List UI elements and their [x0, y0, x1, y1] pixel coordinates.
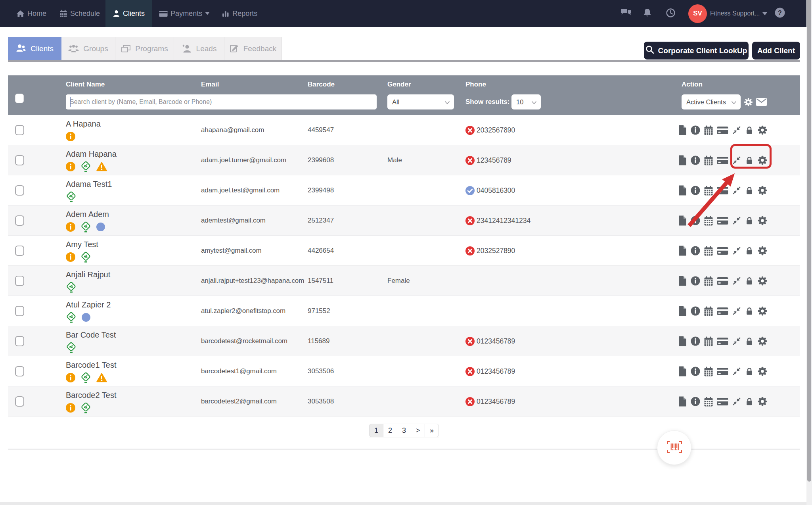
calendar-icon[interactable] [704, 367, 713, 376]
lock-icon[interactable] [745, 276, 754, 286]
barcode-scan-button[interactable] [657, 430, 691, 465]
row-checkbox[interactable] [15, 125, 24, 135]
notes-icon[interactable] [678, 125, 687, 135]
gear-icon[interactable] [757, 125, 768, 135]
client-name[interactable]: Adam Hapana [66, 150, 117, 159]
action-filter-select[interactable]: Active Clients [682, 94, 741, 109]
tab-leads[interactable]: Leads [174, 37, 224, 60]
info-icon[interactable] [691, 186, 700, 195]
notes-icon[interactable] [678, 306, 687, 316]
gear-icon[interactable] [757, 396, 768, 407]
notes-icon[interactable] [678, 396, 687, 407]
payment-icon[interactable] [717, 217, 728, 225]
payment-icon[interactable] [717, 307, 728, 315]
nav-item-schedule[interactable]: Schedule [59, 0, 100, 27]
calendar-icon[interactable] [704, 156, 713, 165]
row-checkbox[interactable] [15, 366, 24, 376]
calendar-icon[interactable] [704, 216, 713, 226]
lock-icon[interactable] [745, 186, 754, 196]
calendar-icon[interactable] [704, 336, 713, 346]
notifications-button[interactable] [643, 0, 652, 27]
notes-icon[interactable] [678, 276, 687, 286]
notes-icon[interactable] [678, 185, 687, 196]
page-button->[interactable]: > [411, 424, 425, 437]
row-checkbox[interactable] [15, 155, 24, 165]
merge-icon[interactable] [732, 246, 741, 255]
chat-button[interactable] [620, 0, 632, 27]
payment-icon[interactable] [717, 397, 728, 406]
lock-icon[interactable] [745, 306, 754, 316]
notes-icon[interactable] [678, 215, 687, 226]
info-icon[interactable] [691, 246, 700, 255]
history-button[interactable] [666, 0, 676, 27]
payment-icon[interactable] [717, 337, 728, 346]
calendar-icon[interactable] [704, 397, 713, 407]
merge-icon[interactable] [732, 397, 741, 406]
info-icon[interactable] [691, 306, 700, 316]
info-icon[interactable] [691, 276, 700, 286]
gender-filter-select[interactable]: All [387, 94, 454, 109]
gear-icon[interactable] [757, 246, 768, 256]
merge-icon[interactable] [732, 216, 741, 225]
lock-icon[interactable] [745, 125, 754, 135]
info-icon[interactable] [691, 336, 700, 346]
payment-icon[interactable] [717, 277, 728, 285]
info-icon[interactable] [691, 125, 700, 135]
nav-item-payments[interactable]: Payments [159, 0, 210, 27]
page-button-3[interactable]: 3 [397, 424, 411, 437]
lock-icon[interactable] [745, 216, 754, 226]
row-checkbox[interactable] [15, 306, 24, 316]
row-checkbox[interactable] [15, 215, 24, 226]
gear-icon[interactable] [757, 185, 768, 196]
lock-icon[interactable] [745, 246, 754, 256]
info-icon[interactable] [691, 156, 700, 165]
info-icon[interactable] [691, 216, 700, 225]
calendar-icon[interactable] [704, 306, 713, 316]
page-button-»[interactable]: » [425, 424, 439, 437]
lock-icon[interactable] [745, 336, 754, 346]
nav-item-home[interactable]: Home [16, 0, 46, 27]
gear-icon[interactable] [757, 306, 768, 316]
row-checkbox[interactable] [15, 336, 24, 346]
payment-icon[interactable] [717, 156, 728, 165]
client-name[interactable]: Amy Test [66, 240, 98, 249]
calendar-icon[interactable] [704, 186, 713, 196]
calendar-icon[interactable] [704, 276, 713, 286]
payment-icon[interactable] [717, 126, 728, 134]
gear-icon[interactable] [757, 336, 768, 346]
vertical-scrollbar-thumb[interactable] [807, 0, 811, 482]
calendar-icon[interactable] [704, 125, 713, 135]
help-button[interactable]: ? [775, 0, 785, 27]
row-checkbox[interactable] [15, 396, 24, 407]
client-name[interactable]: Adama Test1 [66, 180, 112, 189]
corporate-client-lookup-button[interactable]: Corporate Client LookUp [644, 42, 749, 60]
settings-icon[interactable] [744, 98, 753, 107]
merge-icon[interactable] [732, 186, 741, 195]
calendar-icon[interactable] [704, 246, 713, 256]
merge-icon[interactable] [732, 306, 741, 316]
nav-item-reports[interactable]: Reports [222, 0, 257, 27]
row-checkbox[interactable] [15, 246, 24, 256]
gear-icon[interactable] [757, 215, 768, 226]
payment-icon[interactable] [717, 367, 728, 376]
notes-icon[interactable] [678, 246, 687, 256]
show-results-select[interactable]: 10 [511, 94, 541, 109]
lock-icon[interactable] [745, 397, 754, 407]
page-button-2[interactable]: 2 [383, 424, 397, 437]
tab-clients[interactable]: Clients [8, 37, 61, 60]
gear-icon[interactable] [757, 366, 768, 376]
tab-feedback[interactable]: Feedback [224, 37, 282, 60]
payment-icon[interactable] [717, 186, 728, 195]
client-name[interactable]: Adem Adem [66, 210, 109, 219]
merge-icon[interactable] [732, 367, 741, 376]
info-icon[interactable] [691, 367, 700, 376]
client-name[interactable]: Anjali Rajput [66, 270, 110, 279]
lock-icon[interactable] [745, 367, 754, 376]
notes-icon[interactable] [678, 155, 687, 165]
page-button-1[interactable]: 1 [369, 424, 383, 437]
client-name[interactable]: Barcode1 Test [66, 361, 117, 370]
client-name[interactable]: A Hapana [66, 119, 101, 129]
notes-icon[interactable] [678, 336, 687, 346]
client-name[interactable]: Barcode2 Test [66, 391, 117, 400]
user-menu[interactable]: SV Fitness Support... [688, 0, 767, 27]
